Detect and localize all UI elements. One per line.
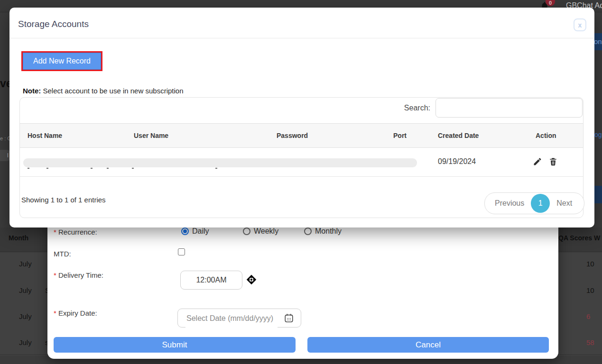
note-body: Select account to be use in new subscrip…: [41, 87, 183, 95]
month-cell: July: [19, 286, 32, 294]
required-mark: *: [54, 228, 56, 236]
qa-cell: 6: [586, 312, 602, 320]
column-header-user-name[interactable]: User Name: [134, 132, 168, 139]
month-cell: July: [19, 260, 32, 268]
delivery-time-label: * Delivery Time:: [54, 271, 103, 279]
annotation-highlight-box: Add New Record: [21, 51, 102, 71]
redaction-artifact: [28, 168, 29, 169]
qa-scores-column-header: QA Scores W: [558, 234, 602, 242]
close-icon[interactable]: x: [574, 18, 586, 31]
screen: 0 GBChat Ad ve e : C l on og Month QA Sc…: [0, 0, 602, 364]
qa-cell: 10: [586, 286, 602, 294]
submit-button[interactable]: Submit: [54, 337, 296, 353]
background-button-fragment: on: [594, 33, 602, 50]
column-header-port[interactable]: Port: [393, 132, 407, 139]
expiry-date-label-text: Expiry Date:: [58, 309, 97, 317]
delivery-time-input[interactable]: [180, 271, 242, 290]
search-label: Search:: [404, 104, 430, 112]
mtd-checkbox[interactable]: [178, 248, 185, 255]
table-header-row: Host Name User Name Password Port Create…: [20, 123, 583, 148]
redaction-artifact: [46, 168, 48, 169]
created-date-cell: 09/19/2024: [438, 157, 476, 166]
qa-cell: 10: [586, 260, 602, 268]
table-row[interactable]: 09/19/2024: [20, 148, 583, 177]
expiry-date-label: * Expiry Date:: [54, 309, 97, 317]
month-column-header: Month: [9, 234, 28, 242]
radio-weekly-label: Weekly: [254, 227, 278, 236]
radio-weekly[interactable]: Weekly: [243, 227, 278, 236]
storage-accounts-table-card: Search: Host Name User Name Password Por…: [19, 97, 583, 218]
redaction-artifact: [215, 168, 217, 169]
time-picker-target-icon[interactable]: [245, 273, 258, 286]
radio-weekly-circle[interactable]: [243, 228, 250, 235]
pagination-next[interactable]: Next: [556, 199, 572, 208]
month-cell: July: [19, 312, 32, 320]
column-header-created-date[interactable]: Created Date: [438, 132, 479, 139]
pagination: Previous 1 Next: [484, 192, 584, 214]
delete-trash-icon[interactable]: [548, 157, 558, 166]
required-mark: *: [54, 309, 56, 317]
cancel-button[interactable]: Cancel: [307, 337, 549, 353]
table-entries-info: Showing 1 to 1 of 1 entries: [21, 196, 106, 204]
radio-daily[interactable]: Daily: [181, 227, 209, 236]
note-label: Note:: [23, 87, 41, 95]
delivery-time-label-text: Delivery Time:: [58, 271, 103, 279]
pagination-page-1[interactable]: 1: [531, 194, 550, 213]
redacted-account-data: [23, 158, 417, 167]
qa-cell: 58: [586, 338, 602, 346]
edit-pencil-icon[interactable]: [533, 157, 542, 166]
radio-monthly-circle[interactable]: [304, 228, 312, 235]
radio-monthly-label: Monthly: [315, 227, 342, 236]
storage-accounts-modal: Storage Accounts x Add New Record Note: …: [9, 8, 594, 228]
modal-header-divider: [9, 38, 594, 38]
mtd-label: MTD:: [54, 250, 71, 258]
pagination-previous[interactable]: Previous: [495, 199, 524, 208]
column-header-password[interactable]: Password: [277, 132, 308, 139]
radio-monthly[interactable]: Monthly: [304, 227, 342, 236]
modal-title: Storage Accounts: [18, 19, 89, 29]
note-text: Note: Select account to be use in new su…: [23, 87, 184, 95]
expiry-date-field[interactable]: [177, 309, 301, 328]
month-cell: July: [19, 338, 32, 346]
redaction-artifact: [107, 168, 109, 169]
recurrence-label: * Recurrence:: [54, 228, 97, 236]
background-link-fragment: og: [594, 131, 602, 138]
redaction-artifact: [91, 168, 93, 169]
recurrence-label-text: Recurrence:: [58, 228, 97, 236]
search-input[interactable]: [435, 98, 583, 118]
radio-daily-circle[interactable]: [181, 228, 189, 235]
expiry-date-input[interactable]: [185, 309, 278, 328]
add-new-record-button[interactable]: Add New Record: [23, 53, 101, 70]
required-mark: *: [54, 271, 56, 279]
calendar-icon[interactable]: [284, 313, 294, 323]
column-header-action[interactable]: Action: [536, 132, 556, 139]
radio-daily-label: Daily: [192, 227, 209, 236]
column-header-host-name[interactable]: Host Name: [28, 132, 62, 139]
redaction-artifact: [132, 168, 134, 169]
